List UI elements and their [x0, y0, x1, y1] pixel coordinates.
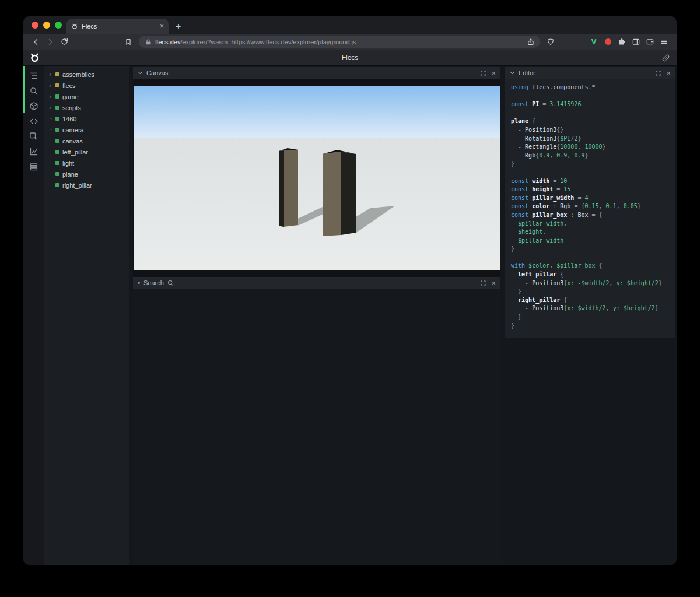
code-line: } — [511, 245, 671, 254]
tree-item-plane[interactable]: plane — [44, 168, 130, 180]
close-window-button[interactable] — [32, 22, 38, 29]
expand-panel-icon[interactable] — [481, 71, 486, 76]
tree-item-label: game — [62, 93, 79, 100]
extensions-puzzle-icon[interactable] — [615, 36, 629, 48]
tree-item-label: light — [62, 160, 74, 167]
entity-type-icon — [55, 83, 60, 87]
chevron-down-icon[interactable] — [138, 71, 143, 75]
tree-item-canvas[interactable]: canvas — [44, 135, 130, 146]
tree-item-right_pillar[interactable]: right_pillar — [44, 180, 130, 191]
window-controls — [32, 16, 62, 34]
tab-favicon-icon — [71, 23, 78, 30]
permalink-icon[interactable] — [662, 54, 670, 62]
code-line: $pillar_width — [511, 237, 671, 245]
search-rail-icon[interactable] — [29, 86, 39, 96]
ground-plane — [134, 138, 500, 270]
entities-rail-icon[interactable] — [29, 101, 39, 111]
expand-arrow-icon[interactable]: › — [48, 93, 52, 100]
flecs-logo-icon[interactable] — [29, 52, 40, 63]
app-header: Flecs — [23, 50, 677, 66]
brave-shield-icon[interactable] — [544, 36, 558, 48]
code-line — [511, 109, 671, 118]
code-line: using flecs.components.* — [511, 83, 671, 92]
tree-item-flecs[interactable]: ›flecs — [44, 80, 130, 91]
code-line: right_pillar { — [511, 296, 671, 305]
editor-column: Editor × using flecs.components.* const … — [505, 66, 676, 565]
maximize-window-button[interactable] — [55, 22, 62, 29]
rail-active-indicator — [23, 66, 25, 113]
close-panel-icon[interactable]: × — [491, 69, 496, 77]
center-column: Canvas × — [133, 66, 501, 565]
tree-guide — [48, 168, 52, 180]
tree-item-camera[interactable]: camera — [44, 124, 130, 135]
entity-type-icon — [55, 150, 60, 154]
chevron-down-icon[interactable] — [510, 71, 515, 75]
inspect-rail-icon[interactable] — [29, 131, 39, 142]
tree-guide — [48, 124, 52, 135]
extension-v-icon[interactable]: V — [587, 36, 601, 48]
tree-guide — [48, 157, 52, 168]
entity-type-icon — [55, 72, 60, 76]
code-line: const color : Rgb = {0.15, 0.1, 0.05} — [511, 202, 671, 211]
search-panel-title: Search — [144, 279, 164, 286]
url-bar[interactable]: flecs.dev/explorer/?wasm=https://www.fle… — [139, 36, 540, 48]
reload-button[interactable] — [57, 36, 71, 48]
lock-icon — [145, 38, 152, 45]
tree-item-assemblies[interactable]: ›assemblies — [44, 69, 130, 80]
expand-arrow-icon[interactable]: › — [48, 104, 52, 111]
expand-panel-icon[interactable] — [656, 71, 661, 76]
browser-window: Flecs × + flecs.dev/ — [23, 16, 677, 565]
code-editor-content[interactable]: using flecs.components.* const PI = 3.14… — [505, 79, 676, 338]
menu-icon[interactable] — [657, 36, 671, 48]
new-tab-button[interactable]: + — [176, 22, 181, 31]
code-line: const pillar_box : Box = { — [511, 211, 671, 220]
extension-record-icon[interactable] — [601, 36, 615, 48]
expand-arrow-icon[interactable]: › — [48, 71, 52, 78]
editor-panel-title: Editor — [519, 69, 536, 76]
tables-rail-icon[interactable] — [29, 161, 39, 172]
expand-panel-icon[interactable] — [481, 280, 486, 286]
close-panel-icon[interactable]: × — [491, 279, 496, 287]
tree-item-label: left_pillar — [62, 149, 88, 156]
code-line: const PI = 3.1415926 — [511, 100, 671, 109]
tree-item-label: plane — [62, 171, 78, 178]
collapsed-panel-indicator-icon[interactable] — [138, 282, 140, 284]
left-pillar — [279, 148, 298, 227]
browser-tab[interactable]: Flecs × — [66, 19, 169, 34]
tree-item-1460[interactable]: 1460 — [44, 113, 130, 124]
stats-rail-icon[interactable] — [29, 146, 39, 157]
code-line — [511, 92, 671, 101]
tree-item-game[interactable]: ›game — [44, 91, 130, 102]
share-icon[interactable] — [524, 36, 538, 48]
back-button[interactable] — [29, 36, 43, 48]
minimize-window-button[interactable] — [43, 22, 50, 29]
tab-title: Flecs — [82, 23, 156, 30]
search-panel-header: Search × — [133, 277, 501, 289]
expand-arrow-icon[interactable]: › — [48, 82, 52, 89]
wallet-icon[interactable] — [643, 36, 657, 48]
code-rail-icon[interactable] — [29, 116, 39, 127]
code-line: - Position3{x: -$width/2, y: $height/2} — [511, 279, 671, 288]
code-line: - Rgb{0.9, 0.9, 0.9} — [511, 152, 671, 160]
canvas-panel-title: Canvas — [146, 69, 168, 76]
code-line: } — [511, 322, 671, 331]
sky — [134, 86, 500, 138]
bookmark-icon[interactable] — [121, 36, 135, 48]
tree-item-label: scripts — [62, 104, 81, 111]
tab-strip: Flecs × + — [23, 16, 677, 34]
code-line — [511, 168, 671, 177]
close-panel-icon[interactable]: × — [666, 69, 671, 77]
tree-rail-icon[interactable] — [29, 71, 39, 81]
tab-close-icon[interactable]: × — [160, 23, 164, 30]
tree-item-label: 1460 — [62, 115, 76, 122]
sidebar-toggle-icon[interactable] — [629, 36, 643, 48]
entity-tree: ›assemblies›flecs›game›scripts1460camera… — [44, 66, 130, 565]
canvas-3d-scene[interactable] — [134, 86, 500, 270]
forward-button[interactable] — [43, 36, 57, 48]
tree-item-left_pillar[interactable]: left_pillar — [44, 146, 130, 157]
editor-panel-header: Editor × — [505, 67, 676, 79]
code-line: - Rectangle{10000, 10000} — [511, 143, 671, 152]
code-line: left_pillar { — [511, 271, 671, 279]
tree-item-scripts[interactable]: ›scripts — [44, 102, 130, 113]
tree-item-light[interactable]: light — [44, 157, 130, 168]
